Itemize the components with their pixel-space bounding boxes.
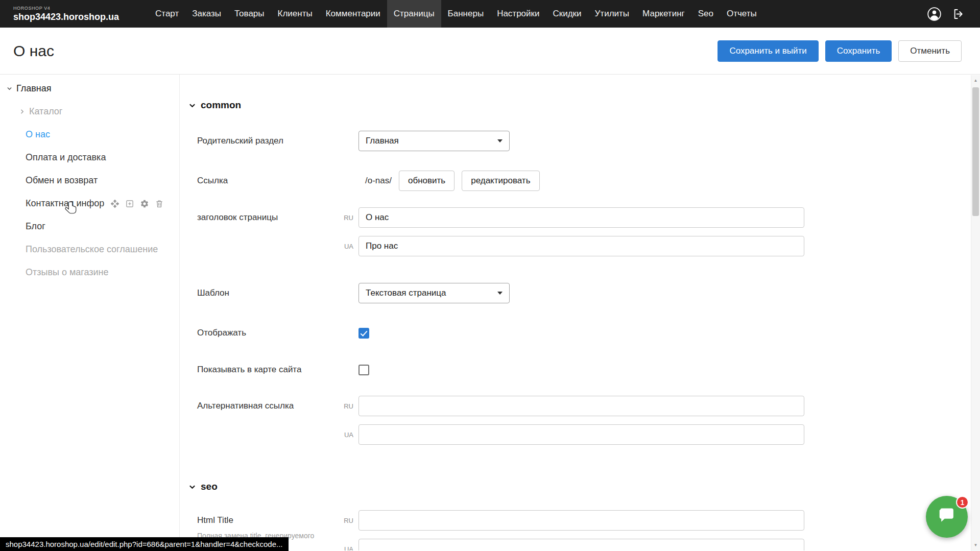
template-select[interactable]: Текстовая страница: [358, 283, 510, 303]
select-value: Текстовая страница: [366, 288, 446, 298]
page-title-ua-input[interactable]: [358, 236, 804, 256]
sidebar-item-catalog[interactable]: Каталог: [0, 100, 179, 123]
lang-tag-ru: RU: [337, 214, 353, 222]
refresh-link-button[interactable]: обновить: [399, 171, 455, 191]
chat-badge: 1: [956, 496, 969, 509]
lang-tag-ua: UA: [337, 243, 353, 250]
chevron-down-icon[interactable]: [6, 85, 13, 92]
nav-item-banners[interactable]: Баннеры: [441, 0, 491, 28]
nav-item-marketing[interactable]: Маркетинг: [636, 0, 691, 28]
chevron-down-icon: [188, 102, 196, 109]
sidebar-item-exchange-return[interactable]: Обмен и возврат: [0, 169, 179, 192]
page-title-ru-input[interactable]: [358, 207, 804, 228]
template-row: Шаблон Текстовая страница: [197, 283, 980, 303]
link-controls: /o-nas/ обновить редактировать: [358, 171, 540, 191]
nav-item-settings[interactable]: Настройки: [490, 0, 546, 28]
scrollbar-thumb[interactable]: [972, 87, 979, 216]
logout-icon[interactable]: [952, 7, 966, 21]
nav-item-start[interactable]: Старт: [149, 0, 185, 28]
main-nav: Старт Заказы Товары Клиенты Комментарии …: [149, 0, 763, 28]
section-seo-header[interactable]: seo: [188, 481, 980, 493]
html-title-ua-input[interactable]: [358, 539, 804, 550]
link-label: Ссылка: [197, 176, 358, 186]
page-title-label: заголовок страницы: [197, 207, 358, 256]
sidebar-item-label: Оплата и доставка: [26, 152, 106, 163]
header-buttons: Сохранить и выйти Сохранить Отменить: [718, 40, 962, 62]
chevron-right-icon[interactable]: [19, 108, 26, 115]
scrollbar[interactable]: ▲ ▼: [971, 75, 980, 551]
topbar-icons: [927, 0, 980, 28]
sidebar-item-label: Контактная инфор: [26, 198, 104, 209]
dropdown-caret-icon: [497, 139, 503, 142]
display-checkbox[interactable]: [358, 328, 369, 339]
lang-tag-ua: UA: [337, 545, 353, 551]
page-title-inputs: RU UA: [358, 207, 804, 256]
nav-item-pages[interactable]: Страницы: [387, 0, 441, 28]
chevron-down-icon: [188, 483, 196, 491]
nav-item-utilities[interactable]: Утилиты: [588, 0, 636, 28]
sidebar-item-label: Отзывы о магазине: [26, 267, 109, 278]
nav-item-products[interactable]: Товары: [228, 0, 271, 28]
sitemap-checkbox[interactable]: [358, 365, 369, 375]
page-title: О нас: [13, 42, 54, 60]
select-value: Главная: [366, 136, 399, 146]
sidebar: Главная Каталог О нас Оплата и доставка …: [0, 75, 180, 550]
link-path: /o-nas/: [365, 176, 392, 186]
parent-section-select[interactable]: Главная: [358, 131, 510, 151]
nav-item-comments[interactable]: Комментарии: [319, 0, 387, 28]
sidebar-item-user-agreement[interactable]: Пользовательское соглашение: [0, 238, 179, 261]
alt-link-label: Альтернативная ссылка: [197, 396, 358, 445]
sitemap-row: Показывать в карте сайта: [197, 364, 980, 376]
html-title-row: Html Title Полная замена title, генериру…: [197, 510, 980, 550]
nav-item-clients[interactable]: Клиенты: [271, 0, 319, 28]
sidebar-item-contact-info[interactable]: Контактная инфор: [0, 192, 179, 215]
page-header: О нас Сохранить и выйти Сохранить Отмени…: [0, 28, 980, 75]
sidebar-item-about[interactable]: О нас: [0, 123, 179, 146]
parent-section-label: Родительский раздел: [197, 136, 358, 146]
sidebar-item-label: Обмен и возврат: [26, 175, 98, 186]
chat-bubble-icon: [937, 506, 957, 528]
gear-icon[interactable]: [140, 199, 149, 208]
alt-link-row: Альтернативная ссылка RU UA: [197, 396, 980, 445]
brand[interactable]: HOROSHOP V4 shop34423.horoshop.ua: [13, 0, 119, 28]
section-common-title: common: [201, 100, 241, 111]
template-label: Шаблон: [197, 288, 358, 298]
sidebar-item-blog[interactable]: Блог: [0, 215, 179, 238]
save-button[interactable]: Сохранить: [825, 40, 892, 62]
nav-item-reports[interactable]: Отчеты: [720, 0, 763, 28]
form-area: common Родительский раздел Главная Ссылк…: [180, 75, 980, 550]
dropdown-caret-icon: [497, 292, 503, 295]
link-row: Ссылка /o-nas/ обновить редактировать: [197, 171, 980, 191]
trash-icon[interactable]: [155, 199, 164, 208]
display-label: Отображать: [197, 328, 358, 338]
html-title-ru-input[interactable]: [358, 510, 804, 531]
chat-widget-button[interactable]: 1: [926, 496, 968, 538]
section-common-header[interactable]: common: [188, 99, 980, 111]
nav-item-discounts[interactable]: Скидки: [546, 0, 588, 28]
nav-item-seo[interactable]: Seo: [691, 0, 720, 28]
sidebar-item-label: Блог: [26, 221, 45, 232]
sidebar-item-store-reviews[interactable]: Отзывы о магазине: [0, 261, 179, 284]
lang-tag-ru: RU: [337, 402, 353, 410]
html-title-label: Html Title: [197, 510, 348, 531]
sidebar-item-payment-delivery[interactable]: Оплата и доставка: [0, 146, 179, 169]
save-exit-button[interactable]: Сохранить и выйти: [718, 40, 818, 62]
sidebar-item-home[interactable]: Главная: [0, 77, 179, 100]
status-url-tooltip: shop34423.horoshop.ua/edit/edit.php?id=6…: [0, 537, 289, 551]
move-icon[interactable]: [110, 199, 119, 208]
edit-link-button[interactable]: редактировать: [462, 171, 539, 191]
parent-section-row: Родительский раздел Главная: [197, 131, 980, 151]
sidebar-item-label: Главная: [16, 83, 52, 94]
cancel-button[interactable]: Отменить: [898, 40, 962, 62]
lang-tag-ua: UA: [337, 431, 353, 439]
alt-link-ru-input[interactable]: [358, 396, 804, 416]
brand-version-label: HOROSHOP V4: [13, 6, 119, 11]
alt-link-ua-input[interactable]: [358, 424, 804, 445]
sidebar-item-label: Каталог: [29, 106, 62, 117]
scroll-up-arrow[interactable]: ▲: [971, 77, 980, 85]
scroll-down-arrow[interactable]: ▼: [971, 541, 980, 549]
user-account-icon[interactable]: [927, 7, 942, 21]
nav-item-orders[interactable]: Заказы: [185, 0, 228, 28]
add-page-icon[interactable]: [125, 199, 134, 208]
sitemap-label: Показывать в карте сайта: [197, 365, 358, 375]
